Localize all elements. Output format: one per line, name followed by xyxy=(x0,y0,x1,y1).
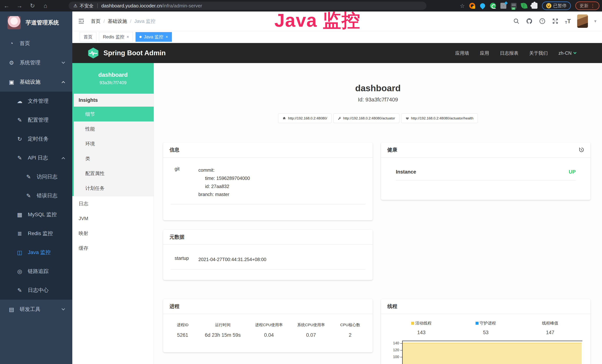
heartbeat-icon xyxy=(406,117,409,120)
sidebar-item-mysql-monitor[interactable]: MySQL 监控 xyxy=(0,205,72,224)
sidebar-item-api-logs[interactable]: API 日志 xyxy=(0,148,72,167)
sidebar-item-trace[interactable]: 链路追踪 xyxy=(0,262,72,281)
sidebar-item-file-management[interactable]: 文件管理 xyxy=(0,92,72,110)
sba-item-logs[interactable]: 日志 xyxy=(72,196,154,211)
extensions-puzzle-icon[interactable] xyxy=(532,3,538,9)
health-url-button[interactable]: http://192.168.0.2:48080/actuator/health xyxy=(401,114,478,123)
service-url-button[interactable]: http://192.168.0.2:48080/ xyxy=(278,114,331,123)
status-badge: UP xyxy=(569,169,576,175)
sba-nav-journal[interactable]: 日志报表 xyxy=(500,50,518,56)
breadcrumb-home[interactable]: 首页 xyxy=(91,18,100,24)
edit-icon xyxy=(25,173,32,180)
sidebar-item-scheduled-tasks[interactable]: 定时任务 xyxy=(0,129,72,148)
metadata-card-header: 元数据 xyxy=(163,230,373,245)
sidebar-fold-icon[interactable] xyxy=(78,18,85,24)
sba-item-config-props[interactable]: 配置属性 xyxy=(72,166,154,181)
sba-item-details[interactable]: 细节 xyxy=(72,107,154,121)
sidebar-item-redis-monitor[interactable]: Redis 监控 xyxy=(0,224,72,243)
sba-nav-applications[interactable]: 应用 xyxy=(480,50,489,56)
sba-item-scheduled-tasks[interactable]: 计划任务 xyxy=(72,181,154,196)
metadata-card: 元数据 startup 2021-04-27T00:44:31.254+08:0… xyxy=(163,230,373,280)
close-icon[interactable] xyxy=(127,34,129,39)
sidebar-item-log-center[interactable]: 日志中心 xyxy=(0,281,72,300)
sidebar-item-config-management[interactable]: 配置管理 xyxy=(0,110,72,129)
breadcrumb-infrastructure[interactable]: 基础设施 xyxy=(108,18,127,24)
sba-item-jvm[interactable]: JVM xyxy=(72,211,154,226)
health-card-header: 健康 xyxy=(381,142,591,158)
extension-pin-icon[interactable] xyxy=(479,2,486,9)
close-icon[interactable] xyxy=(166,34,168,39)
browser-home-icon[interactable] xyxy=(39,2,52,9)
fullscreen-icon[interactable] xyxy=(552,18,559,24)
edit-icon xyxy=(16,117,23,123)
sidebar-item-java-monitor[interactable]: Java 监控 xyxy=(0,243,72,262)
font-size-icon[interactable] xyxy=(565,18,571,25)
extension-leaf-icon[interactable] xyxy=(521,2,527,9)
sidebar-item-infrastructure[interactable]: 基础设施 xyxy=(0,72,72,92)
breadcrumb-separator xyxy=(130,18,131,24)
github-icon[interactable] xyxy=(526,18,533,24)
health-card: 健康 Instance UP xyxy=(381,142,591,200)
address-bar[interactable]: 不安全 dashboard.yudao.iocoder.cn /infra/ad… xyxy=(69,2,426,10)
sidebar-item-dev-tools[interactable]: 研发工具 xyxy=(0,300,72,319)
git-commit-line: commit: xyxy=(198,166,250,174)
sidebar-item-label: Java 监控 xyxy=(28,249,51,256)
sidebar-item-label: 首页 xyxy=(20,40,30,47)
extension-orange-icon[interactable] xyxy=(469,3,475,9)
sidebar-item-system-management[interactable]: 系统管理 xyxy=(0,53,72,72)
startup-row: startup 2021-04-27T00:44:31.254+08:00 xyxy=(171,256,365,269)
sidebar-item-label: 基础设施 xyxy=(20,78,40,86)
legend-daemon-threads: 守护进程 xyxy=(475,321,496,326)
extension-grid-icon[interactable] xyxy=(500,3,506,9)
extension-yuque-icon[interactable] xyxy=(490,3,496,9)
bookmark-star-icon[interactable] xyxy=(460,3,465,9)
sidebar-item-home[interactable]: 首页 xyxy=(0,34,72,53)
sba-item-environment[interactable]: 环境 xyxy=(72,136,154,151)
breadcrumb-current: Java 监控 xyxy=(134,18,155,24)
actuator-url-button[interactable]: http://192.168.0.2:48080/actuator xyxy=(333,114,399,123)
search-icon[interactable] xyxy=(513,18,520,24)
locale-selector[interactable]: zh-CN xyxy=(559,50,576,56)
process-val-system-cpu: 0.07 xyxy=(290,332,332,338)
monitor-icon xyxy=(8,79,15,85)
edit-icon xyxy=(16,287,23,294)
sidebar-item-label: 定时任务 xyxy=(28,135,49,142)
page-head: dashboard Id: 93a3fc7f7409 http://192.16… xyxy=(154,63,602,123)
update-label: 更新 xyxy=(580,3,589,9)
tab-java-monitor[interactable]: Java 监控 xyxy=(136,32,172,42)
home-icon xyxy=(282,117,286,120)
health-instance-row[interactable]: Instance UP xyxy=(396,169,576,181)
sba-nav-about[interactable]: 关于我们 xyxy=(529,50,548,56)
help-icon[interactable]: ? xyxy=(539,18,546,24)
process-col-pid: 进程ID xyxy=(168,322,198,327)
tab-label: 首页 xyxy=(84,34,93,40)
sba-item-caches[interactable]: 缓存 xyxy=(72,241,154,256)
sidebar-item-label: API 日志 xyxy=(28,154,48,161)
sidebar-item-access-logs[interactable]: 访问日志 xyxy=(0,167,72,186)
tab-home[interactable]: 首页 xyxy=(80,32,97,42)
browser-toolbar-right: 已暂停 更新 xyxy=(460,0,599,11)
sba-item-classes[interactable]: 类 xyxy=(72,151,154,166)
browser-reload-icon[interactable] xyxy=(26,2,39,9)
sba-item-mappings[interactable]: 映射 xyxy=(72,226,154,241)
app-logo-image xyxy=(7,16,21,29)
browser-menu-dots-icon[interactable] xyxy=(590,3,595,9)
threads-card-header: 线程 xyxy=(381,299,591,314)
avatar-caret-icon[interactable] xyxy=(594,19,596,24)
history-icon[interactable] xyxy=(578,147,584,153)
sidebar-item-error-logs[interactable]: 错误日志 xyxy=(0,186,72,205)
sba-nav-wallboard[interactable]: 应用墙 xyxy=(455,50,469,56)
extension-switch-icon[interactable] xyxy=(511,3,517,9)
startup-key: startup xyxy=(171,256,198,264)
instance-header[interactable]: dashboard 93a3fc7f7409 xyxy=(72,63,154,94)
browser-forward-icon[interactable] xyxy=(13,2,26,9)
user-avatar[interactable] xyxy=(577,14,588,28)
not-secure-warning-icon xyxy=(74,3,77,8)
sba-item-metrics[interactable]: 性能 xyxy=(72,121,154,136)
paused-label: 已暂停 xyxy=(553,3,567,9)
threads-card-title: 线程 xyxy=(387,303,397,310)
browser-back-icon[interactable] xyxy=(0,2,13,9)
update-chip[interactable]: 更新 xyxy=(575,1,599,10)
paused-chip[interactable]: 已暂停 xyxy=(542,1,571,10)
tab-redis-monitor[interactable]: Redis 监控 xyxy=(99,32,133,42)
